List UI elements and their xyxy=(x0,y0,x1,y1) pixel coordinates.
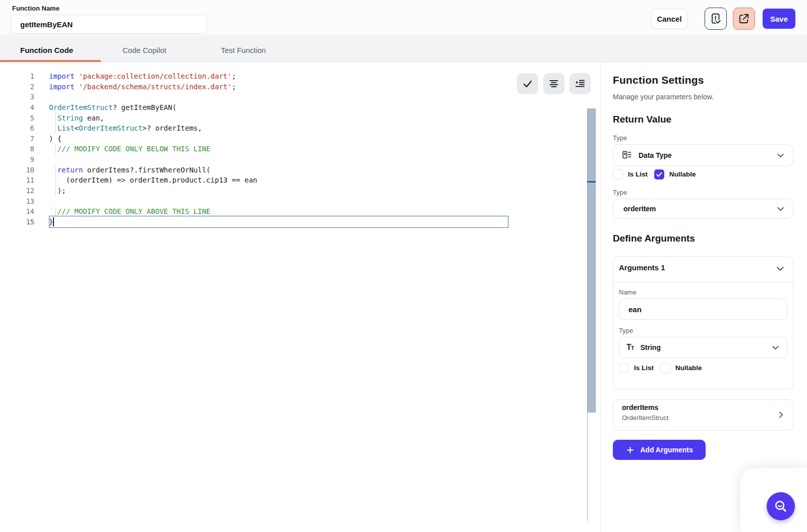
format-check-button[interactable] xyxy=(517,73,538,94)
line-number: 11 xyxy=(0,175,34,186)
indent-guide xyxy=(55,165,56,175)
return-nullable-checkbox[interactable] xyxy=(654,169,664,180)
line-number: 6 xyxy=(0,123,34,134)
argument-type-value: String xyxy=(641,343,661,351)
return-type-label: Type xyxy=(613,134,627,142)
code-line: 8 /// MODIFY CODE ONLY BELOW THIS LINE xyxy=(0,144,587,154)
chevron-down-icon xyxy=(776,205,785,213)
argument-type-dropdown[interactable]: TT String xyxy=(619,337,787,358)
line-number: 7 xyxy=(0,134,34,144)
code-line: 5 String ean, xyxy=(0,113,587,124)
panel-title: Function Settings xyxy=(613,74,704,86)
indent-guide xyxy=(55,186,56,196)
tab-test-function[interactable]: Test Function xyxy=(221,46,266,54)
indent-guide xyxy=(55,175,56,185)
argument-type-label: Type xyxy=(619,327,633,334)
add-arguments-button[interactable]: Add Arguments xyxy=(613,440,706,460)
indent-guide xyxy=(55,144,56,154)
code-editor[interactable]: 1import 'package:collection/collection.d… xyxy=(0,62,601,532)
argument-nullable-checkbox[interactable] xyxy=(660,363,670,373)
line-number: 4 xyxy=(0,102,34,113)
text-type-icon: TT xyxy=(626,343,635,352)
chevron-down-icon xyxy=(771,343,780,352)
line-number: 8 xyxy=(0,144,34,154)
line-number: 13 xyxy=(0,196,34,207)
check-icon xyxy=(522,78,534,90)
code-lines: 1import 'package:collection/collection.d… xyxy=(0,71,587,227)
open-external-icon xyxy=(737,12,751,25)
code-text: return orderItems?.firstWhereOrNull( xyxy=(49,165,210,175)
plus-icon xyxy=(625,445,635,455)
argument-group-title: Arguments 1 xyxy=(619,263,665,272)
code-text: /// MODIFY CODE ONLY BELOW THIS LINE xyxy=(49,144,210,154)
chevron-down-icon xyxy=(776,151,785,160)
code-line: 12 ); xyxy=(0,186,587,196)
code-text: import '/backend/schema/structs/index.da… xyxy=(49,82,236,92)
argument-name-input[interactable] xyxy=(619,299,787,320)
indent-guide xyxy=(55,124,56,133)
argument-row-name: orderItems xyxy=(622,403,658,411)
code-line: 3 xyxy=(0,92,587,102)
panel-subtitle: Manage your parameters below. xyxy=(613,93,714,101)
code-line: 13 xyxy=(0,196,587,207)
argument-card-divider xyxy=(613,282,793,282)
editor-scrollbar-marker xyxy=(587,181,596,183)
define-arguments-heading: Define Arguments xyxy=(613,233,695,244)
function-editor-page: Function Name Cancel Save Function Code … xyxy=(0,0,807,532)
argument-row-type: OrderItemStruct xyxy=(622,414,668,422)
code-line: 2import '/backend/schema/structs/index.d… xyxy=(0,82,587,92)
open-external-button[interactable] xyxy=(733,8,755,30)
return-is-list-checkbox[interactable] xyxy=(613,169,623,180)
return-subtype-dropdown[interactable]: orderItem xyxy=(613,199,793,219)
indent-button[interactable] xyxy=(569,73,591,94)
code-line: 4OrderItemStruct? getItemByEAN( xyxy=(0,102,587,113)
line-number: 2 xyxy=(0,82,34,92)
code-text: import 'package:collection/collection.da… xyxy=(49,71,236,82)
code-text: /// MODIFY CODE ONLY ABOVE THIS LINE xyxy=(49,206,210,217)
argument-is-list-checkbox[interactable] xyxy=(619,363,629,373)
line-number: 5 xyxy=(0,113,34,124)
validate-code-button[interactable] xyxy=(705,8,727,30)
tab-function-code[interactable]: Function Code xyxy=(20,46,73,54)
text-cursor xyxy=(53,217,54,226)
code-line: 1import 'package:collection/collection.d… xyxy=(0,71,587,82)
return-data-type-value: Data Type xyxy=(639,151,672,159)
argument-name-label: Name xyxy=(619,288,637,296)
help-button[interactable] xyxy=(767,492,795,520)
validate-code-icon xyxy=(709,12,722,25)
code-text: String ean, xyxy=(49,113,104,124)
format-align-icon xyxy=(548,78,560,90)
code-line: 7) { xyxy=(0,134,587,144)
return-value-heading: Return Value xyxy=(613,114,671,125)
add-arguments-label: Add Arguments xyxy=(640,446,693,454)
argument-nullable-label: Nullable xyxy=(675,364,702,372)
help-search-icon xyxy=(773,499,788,514)
code-text: List<OrderItemStruct>? orderItems, xyxy=(49,123,202,134)
chevron-down-icon[interactable] xyxy=(776,264,785,275)
save-button[interactable]: Save xyxy=(763,9,795,29)
return-nullable-label: Nullable xyxy=(669,170,696,178)
return-data-type-dropdown[interactable]: Data Type xyxy=(613,144,793,166)
code-line: 9 xyxy=(0,154,587,165)
code-text: ) { xyxy=(49,134,62,144)
function-name-label: Function Name xyxy=(12,5,60,12)
format-align-button[interactable] xyxy=(543,73,564,94)
code-line: 6 List<OrderItemStruct>? orderItems, xyxy=(0,123,587,134)
cancel-button[interactable]: Cancel xyxy=(651,9,687,29)
code-line: 15} xyxy=(0,217,587,227)
return-is-list-label: Is List xyxy=(628,170,648,178)
indent-guide xyxy=(55,113,56,123)
line-number: 10 xyxy=(0,165,34,175)
function-name-input[interactable] xyxy=(11,15,207,34)
code-line: 10 return orderItems?.firstWhereOrNull( xyxy=(0,165,587,175)
line-number: 14 xyxy=(0,206,34,217)
data-type-icon xyxy=(621,150,632,161)
line-number: 1 xyxy=(0,71,34,82)
line-number: 15 xyxy=(0,217,34,227)
line-number: 9 xyxy=(0,154,34,165)
code-text: ); xyxy=(49,186,66,196)
chevron-right-icon xyxy=(777,410,785,421)
code-text: OrderItemStruct? getItemByEAN( xyxy=(49,102,177,113)
tab-code-copilot[interactable]: Code Copilot xyxy=(123,46,166,54)
editor-scrollbar-thumb[interactable] xyxy=(587,108,596,412)
